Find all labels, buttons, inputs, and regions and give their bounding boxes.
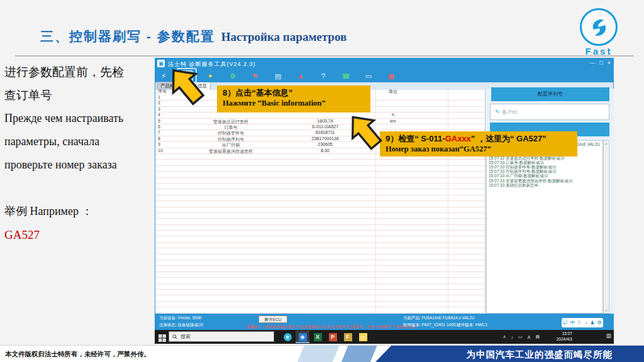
notification-center-icon[interactable]: ▥ [606, 332, 611, 339]
note-line: проверьте номер заказа [4, 153, 155, 177]
table-column-line [448, 89, 448, 314]
edge-icon: e [284, 333, 292, 341]
maximize-button[interactable]: □ [599, 60, 602, 66]
configure-serial-button[interactable]: 配置序列号 [491, 87, 609, 101]
callout9-line2: Номер заказ показан“GA527” [386, 145, 572, 154]
note-line [4, 177, 155, 200]
note-line: 进行参数配置前，先检 [4, 60, 155, 84]
log-panel: A14xE VAL2U15:07:32 软件版本号-数据解析成功15:07:32… [486, 140, 603, 314]
clock-date: 2024/4/3 [542, 337, 572, 343]
help-icon[interactable]: ? [318, 71, 329, 81]
table-empty-row [155, 266, 485, 272]
tray-volume-icon[interactable]: ♪ [511, 335, 514, 339]
footer-navy-band: 为中国汽车工业的强盛而竭尽所能 [375, 346, 644, 362]
start-button[interactable] [158, 333, 166, 344]
note-line: Прежде чем настраивать [4, 107, 155, 130]
status-version: 软件版本: FA07_V2401 1400;硬件版本: HWC1 [403, 322, 487, 328]
row-number: 3 [158, 107, 169, 111]
search-placeholder: 搜索 [180, 333, 191, 340]
table-empty-row [155, 219, 485, 224]
taskbar-app[interactable]: P [326, 331, 340, 343]
footer-slogan: 为中国汽车工业的强盛而竭尽所能 [467, 349, 613, 361]
callout9-line1: 9）检查“ S-011-GAxxx” ，这里为“ GA527” [386, 133, 572, 145]
col-header-unit: 单位 [377, 89, 409, 95]
table-empty-row [155, 260, 485, 266]
callout8-line1: 8）点击“基本信息” [223, 87, 365, 99]
scroll-down-icon[interactable]: ▾ [604, 309, 609, 312]
settings-icon[interactable]: ⚙ [227, 71, 238, 81]
table-empty-row [155, 290, 485, 295]
update-icon[interactable]: ▲ [295, 71, 306, 81]
tray-battery-icon[interactable]: ▭ [518, 334, 523, 339]
footer-stripe-light [297, 346, 340, 362]
checkbox-icon[interactable]: ☑ [563, 320, 567, 326]
pencil-icon: ✎ [495, 109, 500, 115]
taskbar-app[interactable]: e [280, 331, 294, 343]
windows-taskbar: 搜索 e ◈ X P F [155, 330, 614, 344]
row-number: 10 [158, 148, 169, 153]
table-empty-row [155, 201, 485, 207]
language-icon[interactable]: 中 [570, 319, 575, 326]
table-column-line [375, 89, 376, 314]
log-scrollbar[interactable]: ▴ ▾ [603, 140, 609, 314]
disconnect-ecu-button[interactable]: 断开ECU [258, 315, 287, 323]
pdf-icon[interactable]: ▦ [386, 71, 397, 81]
log-line: 15:07:33 控制器零件号-数据解析成功 [489, 165, 602, 169]
taskbar-clock[interactable]: 15:07 2024/4/3 [542, 331, 572, 342]
note-line: 查订单号 [4, 84, 155, 107]
table-empty-row [155, 236, 485, 242]
clock-time: 15:07 [542, 331, 572, 337]
row-number: 8 [158, 136, 169, 141]
note-line: параметры, сначала [4, 130, 155, 153]
taskbar-app[interactable]: ◈ [296, 331, 309, 343]
page-title-zh: 三、控制器刷写 - 参数配置 [40, 29, 215, 43]
connect-icon[interactable]: ⚡ [158, 71, 169, 81]
table-empty-row [155, 213, 485, 219]
moon-icon[interactable]: ☾ [578, 320, 582, 326]
status-connection: 连接状态: 设备链接成功! [159, 322, 203, 328]
status-device: 当前设备: Vxxser, 500K [159, 315, 202, 321]
table-row[interactable]: 5 变速器总运行里程 1603.74 km [155, 119, 485, 124]
table-empty-row [155, 231, 485, 236]
footer-stripe-medium [341, 346, 377, 362]
taskbar-app[interactable]: X [311, 331, 325, 343]
minimize-button[interactable]: — [589, 60, 595, 66]
table-empty-row [155, 184, 485, 189]
gear-icon[interactable]: ⚙ [597, 320, 602, 326]
row-value: 81818711 [281, 130, 369, 134]
row-number: 4 [158, 112, 169, 117]
tray-keyboard-icon[interactable]: ▤ [535, 334, 540, 339]
tray-input-icon[interactable]: A [528, 335, 531, 339]
taskbar-search-input[interactable]: 搜索 [169, 331, 274, 342]
table-row[interactable]: 6 订单号 S-011-GA527 [155, 124, 485, 130]
powerpoint-icon: P [329, 333, 337, 341]
close-button[interactable]: × [608, 60, 611, 66]
table-empty-row [155, 225, 485, 231]
slide-footer: 本文件版权归法士特所有，未经许可，严禁外传。 为中国汽车工业的强盛而竭尽所能 [0, 345, 644, 362]
phone-icon[interactable]: ☎ [340, 71, 352, 81]
row-unit: h [377, 112, 409, 117]
report-icon[interactable]: ▤ [272, 71, 284, 81]
row-value: 8.30 [281, 148, 369, 153]
scroll-up-icon[interactable]: ▴ [604, 141, 609, 145]
note-line: 举例 Например ： [4, 200, 155, 223]
taskbar-app[interactable]: ▱ [356, 331, 370, 343]
table-row[interactable]: 4 h [155, 112, 485, 118]
row-value: 230605 [281, 142, 369, 146]
customer-id-input[interactable]: ✎ 客户ID [490, 104, 609, 120]
fault-icon[interactable]: ⚑ [250, 71, 261, 81]
callout8-line2: Нажмите “Basic information” [223, 99, 365, 108]
info-icon-highlight [177, 68, 197, 83]
callout9-pre: 9）检查“ S-011- [386, 134, 445, 143]
taskbar-app[interactable]: F [341, 331, 355, 343]
user-icon[interactable]: ♟ [590, 320, 594, 326]
copyright-text: 本文件版权归法士特所有，未经许可，严禁外传。 [5, 350, 150, 359]
row-number: 2 [158, 101, 169, 105]
table-empty-row [155, 278, 485, 283]
sound-icon[interactable]: ♪ [585, 320, 587, 326]
tray-chevron-icon[interactable]: ∧ [502, 334, 506, 339]
note-line: GA527 [4, 223, 155, 246]
remote-icon[interactable]: ▭ [363, 71, 374, 81]
log-line: 15:07:33 出厂日期-数据解析成功 [489, 173, 602, 178]
flash-icon[interactable]: ✦ [204, 71, 216, 81]
